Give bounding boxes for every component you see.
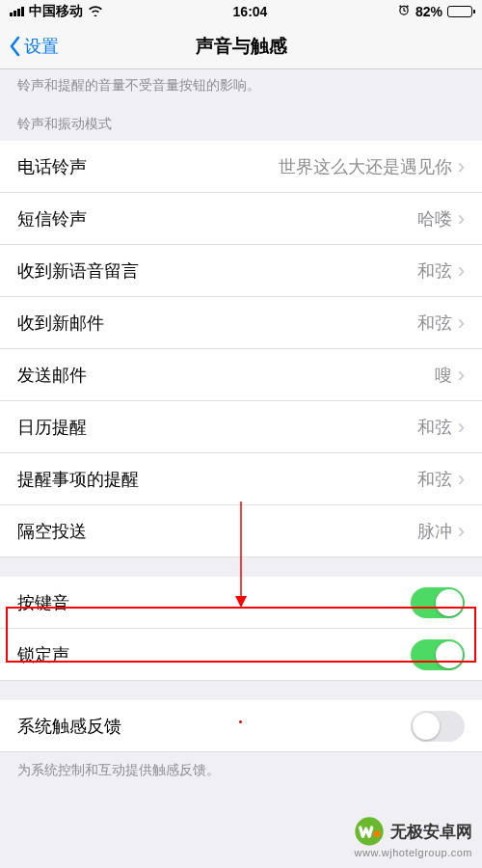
row-label: 收到新语音留言 xyxy=(17,259,139,283)
row-value: 和弦 xyxy=(417,312,452,335)
row-text-tone[interactable]: 短信铃声 哈喽› xyxy=(0,193,482,245)
row-value: 和弦 xyxy=(417,416,452,439)
row-reminder[interactable]: 提醒事项的提醒 和弦› xyxy=(0,453,482,505)
status-bar: 中国移动 16:04 82% xyxy=(0,0,482,23)
row-new-mail[interactable]: 收到新邮件 和弦› xyxy=(0,297,482,349)
chevron-right-icon: › xyxy=(458,154,465,179)
row-lock-sound[interactable]: 锁定声 xyxy=(0,629,482,681)
row-label: 提醒事项的提醒 xyxy=(17,468,139,491)
chevron-left-icon xyxy=(8,36,21,57)
back-button[interactable]: 设置 xyxy=(8,35,59,58)
carrier-label: 中国移动 xyxy=(29,3,83,20)
row-label: 收到新邮件 xyxy=(17,312,104,335)
chevron-right-icon: › xyxy=(458,519,465,544)
switch-haptic[interactable] xyxy=(411,711,465,742)
svg-point-3 xyxy=(374,830,381,837)
row-calendar[interactable]: 日历提醒 和弦› xyxy=(0,401,482,453)
switch-keyboard[interactable] xyxy=(411,587,465,618)
time-label: 16:04 xyxy=(233,4,268,19)
battery-icon xyxy=(447,6,472,17)
chevron-right-icon: › xyxy=(458,206,465,231)
haptic-hint: 为系统控制和互动提供触感反馈。 xyxy=(0,752,482,789)
watermark-name: 无极安卓网 xyxy=(390,821,472,843)
row-label: 按键音 xyxy=(17,591,69,614)
nav-bar: 设置 声音与触感 xyxy=(0,23,482,69)
row-label: 日历提醒 xyxy=(17,416,87,439)
chevron-right-icon: › xyxy=(458,415,465,440)
page-title: 声音与触感 xyxy=(196,34,287,59)
row-value: 和弦 xyxy=(417,259,452,283)
row-label: 发送邮件 xyxy=(17,364,87,387)
row-airdrop[interactable]: 隔空投送 脉冲› xyxy=(0,505,482,557)
section-header-ringtone: 铃声和振动模式 xyxy=(0,102,482,141)
row-label: 锁定声 xyxy=(17,643,69,666)
chevron-right-icon: › xyxy=(458,467,465,492)
switch-lock[interactable] xyxy=(411,639,465,670)
watermark-logo-icon xyxy=(354,816,385,847)
chevron-right-icon: › xyxy=(458,311,465,336)
signal-icon xyxy=(10,7,24,16)
alarm-icon xyxy=(397,4,411,20)
chevron-right-icon: › xyxy=(458,363,465,388)
row-ringtone[interactable]: 电话铃声 世界这么大还是遇见你› xyxy=(0,141,482,193)
row-label: 电话铃声 xyxy=(17,155,87,178)
row-label: 隔空投送 xyxy=(17,520,87,543)
row-haptic[interactable]: 系统触感反馈 xyxy=(0,700,482,752)
row-label: 系统触感反馈 xyxy=(17,715,121,738)
row-value: 哈喽 xyxy=(417,207,452,231)
row-sent-mail[interactable]: 发送邮件 嗖› xyxy=(0,349,482,401)
row-keyboard-click[interactable]: 按键音 xyxy=(0,577,482,629)
watermark-url: www.wjhotelgroup.com xyxy=(355,847,473,858)
back-label: 设置 xyxy=(24,35,59,58)
row-value: 世界这么大还是遇见你 xyxy=(279,155,452,178)
row-value: 脉冲 xyxy=(417,520,452,543)
row-label: 短信铃声 xyxy=(17,207,87,231)
row-voicemail[interactable]: 收到新语音留言 和弦› xyxy=(0,245,482,297)
battery-label: 82% xyxy=(415,4,442,19)
chevron-right-icon: › xyxy=(458,258,465,284)
wifi-icon xyxy=(88,4,103,19)
row-value: 嗖 xyxy=(435,364,452,387)
watermark: 无极安卓网 www.wjhotelgroup.com xyxy=(354,816,472,858)
volume-hint: 铃声和提醒的音量不受音量按钮的影响。 xyxy=(0,69,482,102)
row-value: 和弦 xyxy=(417,468,452,491)
annotation-dot xyxy=(239,720,242,723)
